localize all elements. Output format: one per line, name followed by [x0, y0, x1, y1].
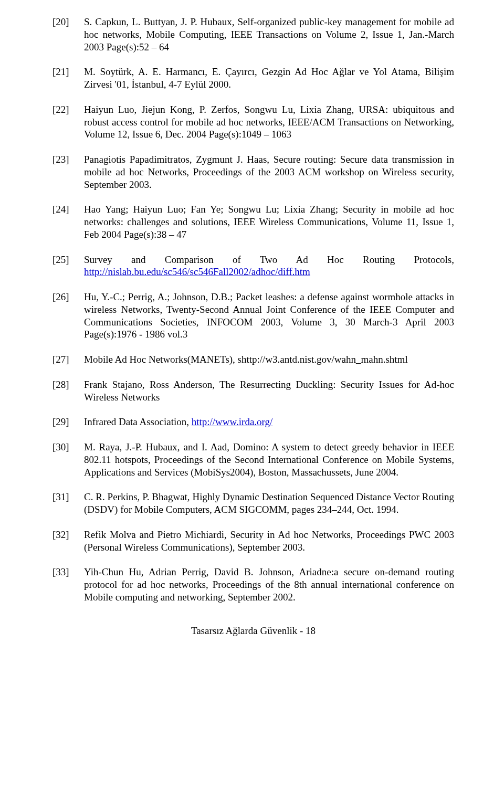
- reference-text: Haiyun Luo, Jiejun Kong, P. Zerfos, Song…: [84, 103, 454, 141]
- reference-link[interactable]: http://nislab.bu.edu/sc546/sc546Fall2002…: [84, 266, 310, 277]
- reference-item: [23]Panagiotis Papadimitratos, Zygmunt J…: [52, 153, 454, 191]
- reference-number: [25]: [52, 254, 84, 266]
- reference-link[interactable]: http://www.irda.org/: [192, 416, 273, 427]
- reference-text: Infrared Data Association, http://www.ir…: [84, 416, 454, 428]
- reference-text: Survey and Comparison of Two Ad Hoc Rout…: [84, 254, 454, 279]
- reference-text: M. Soytürk, A. E. Harmancı, E. Çayırcı, …: [84, 66, 454, 91]
- reference-text: Frank Stajano, Ross Anderson, The Resurr…: [84, 378, 454, 404]
- reference-number: [33]: [52, 566, 84, 578]
- reference-number: [28]: [52, 378, 84, 391]
- reference-item: [27]Mobile Ad Hoc Networks(MANETs), shtt…: [52, 353, 454, 366]
- reference-text: S. Capkun, L. Buttyan, J. P. Hubaux, Sel…: [84, 16, 454, 53]
- reference-number: [30]: [52, 441, 84, 454]
- reference-text: M. Raya, J.-P. Hubaux, and I. Aad, Domin…: [84, 441, 454, 478]
- reference-item: [25]Survey and Comparison of Two Ad Hoc …: [52, 254, 454, 279]
- reference-number: [26]: [52, 291, 84, 303]
- reference-text: Hu, Y.-C.; Perrig, A.; Johnson, D.B.; Pa…: [84, 291, 454, 341]
- reference-number: [31]: [52, 491, 84, 503]
- reference-pre-text: Infrared Data Association,: [84, 416, 192, 427]
- reference-item: [30]M. Raya, J.-P. Hubaux, and I. Aad, D…: [52, 441, 454, 478]
- references-list: [20]S. Capkun, L. Buttyan, J. P. Hubaux,…: [52, 16, 454, 604]
- reference-item: [21]M. Soytürk, A. E. Harmancı, E. Çayır…: [52, 66, 454, 91]
- reference-item: [20]S. Capkun, L. Buttyan, J. P. Hubaux,…: [52, 16, 454, 53]
- reference-number: [32]: [52, 529, 84, 541]
- reference-item: [32]Refik Molva and Pietro Michiardi, Se…: [52, 529, 454, 554]
- reference-text: Refik Molva and Pietro Michiardi, Securi…: [84, 529, 454, 554]
- reference-text: Yih-Chun Hu, Adrian Perrig, David B. Joh…: [84, 566, 454, 603]
- page-footer: Tasarsız Ağlarda Güvenlik - 18: [52, 625, 454, 637]
- reference-number: [21]: [52, 66, 84, 78]
- reference-pre-text: Survey and Comparison of Two Ad Hoc Rout…: [84, 254, 454, 265]
- reference-item: [26]Hu, Y.-C.; Perrig, A.; Johnson, D.B.…: [52, 291, 454, 341]
- reference-item: [31]C. R. Perkins, P. Bhagwat, Highly Dy…: [52, 491, 454, 516]
- reference-item: [29]Infrared Data Association, http://ww…: [52, 416, 454, 428]
- reference-text: Hao Yang; Haiyun Luo; Fan Ye; Songwu Lu;…: [84, 203, 454, 240]
- reference-number: [22]: [52, 103, 84, 116]
- reference-item: [33]Yih-Chun Hu, Adrian Perrig, David B.…: [52, 566, 454, 603]
- reference-item: [28]Frank Stajano, Ross Anderson, The Re…: [52, 378, 454, 404]
- reference-text: C. R. Perkins, P. Bhagwat, Highly Dynami…: [84, 491, 454, 516]
- reference-number: [20]: [52, 16, 84, 28]
- reference-number: [29]: [52, 416, 84, 428]
- reference-number: [27]: [52, 353, 84, 366]
- reference-text: Mobile Ad Hoc Networks(MANETs), shttp://…: [84, 353, 454, 366]
- reference-item: [22]Haiyun Luo, Jiejun Kong, P. Zerfos, …: [52, 103, 454, 141]
- reference-item: [24]Hao Yang; Haiyun Luo; Fan Ye; Songwu…: [52, 203, 454, 240]
- reference-text: Panagiotis Papadimitratos, Zygmunt J. Ha…: [84, 153, 454, 191]
- reference-number: [23]: [52, 153, 84, 166]
- reference-number: [24]: [52, 203, 84, 216]
